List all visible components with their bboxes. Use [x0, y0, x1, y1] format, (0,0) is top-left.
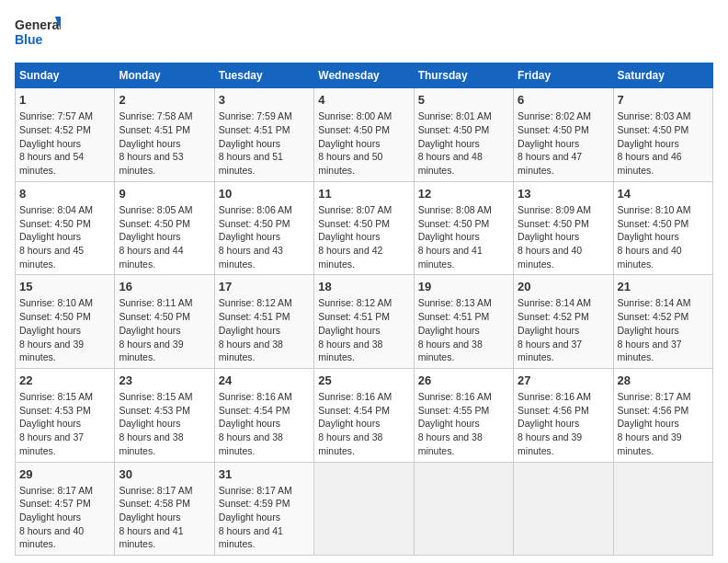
calendar-cell: 23Sunrise: 8:15 AMSunset: 4:53 PMDayligh… — [115, 368, 214, 462]
sunset-label: Sunset: 4:54 PM — [318, 405, 390, 416]
daylight-value: 8 hours and 40 minutes. — [518, 245, 582, 270]
daylight-value: 8 hours and 50 minutes. — [318, 151, 382, 176]
sunset-label: Sunset: 4:52 PM — [618, 311, 689, 322]
day-number: 13 — [518, 186, 609, 202]
day-number: 1 — [19, 92, 110, 109]
calendar-cell: 15Sunrise: 8:10 AMSunset: 4:50 PMDayligh… — [16, 275, 115, 369]
daylight-label: Daylight hours — [318, 325, 380, 336]
day-number: 7 — [618, 92, 709, 109]
daylight-label: Daylight hours — [518, 231, 579, 242]
calendar-cell — [314, 462, 414, 556]
weekday-header: Wednesday — [314, 63, 414, 88]
day-number: 18 — [318, 279, 409, 295]
daylight-label: Daylight hours — [119, 138, 180, 149]
calendar-cell: 7Sunrise: 8:03 AMSunset: 4:50 PMDaylight… — [613, 88, 712, 182]
svg-text:General: General — [15, 17, 61, 32]
weekday-header: Tuesday — [214, 63, 313, 88]
sunrise-label: Sunrise: 7:59 AM — [219, 110, 292, 121]
daylight-label: Daylight hours — [318, 231, 380, 242]
sunset-label: Sunset: 4:52 PM — [19, 124, 91, 135]
daylight-label: Daylight hours — [219, 138, 280, 149]
day-number: 25 — [318, 373, 409, 389]
calendar-cell — [514, 462, 613, 556]
calendar-cell: 28Sunrise: 8:17 AMSunset: 4:56 PMDayligh… — [613, 368, 712, 462]
sunrise-label: Sunrise: 8:16 AM — [318, 391, 392, 402]
day-number: 26 — [418, 373, 509, 389]
day-number: 16 — [119, 279, 210, 295]
sunset-label: Sunset: 4:50 PM — [518, 124, 589, 135]
day-number: 15 — [19, 279, 110, 295]
sunrise-label: Sunrise: 8:12 AM — [219, 297, 292, 308]
daylight-value: 8 hours and 41 minutes. — [119, 525, 183, 550]
calendar-cell: 25Sunrise: 8:16 AMSunset: 4:54 PMDayligh… — [314, 368, 414, 462]
sunset-label: Sunset: 4:51 PM — [318, 311, 390, 322]
sunset-label: Sunset: 4:50 PM — [418, 218, 490, 229]
sunrise-label: Sunrise: 8:10 AM — [618, 204, 691, 215]
calendar-cell: 24Sunrise: 8:16 AMSunset: 4:54 PMDayligh… — [214, 368, 313, 462]
calendar-cell: 26Sunrise: 8:16 AMSunset: 4:55 PMDayligh… — [414, 368, 513, 462]
calendar-cell: 21Sunrise: 8:14 AMSunset: 4:52 PMDayligh… — [613, 275, 712, 369]
daylight-value: 8 hours and 38 minutes. — [219, 339, 283, 363]
calendar-cell: 1Sunrise: 7:57 AMSunset: 4:52 PMDaylight… — [16, 88, 115, 182]
sunset-label: Sunset: 4:50 PM — [318, 124, 390, 135]
weekday-header: Saturday — [613, 63, 712, 88]
day-number: 20 — [518, 279, 609, 295]
sunset-label: Sunset: 4:52 PM — [518, 311, 589, 322]
daylight-value: 8 hours and 38 minutes. — [219, 431, 283, 456]
daylight-label: Daylight hours — [618, 138, 679, 149]
calendar-header: SundayMondayTuesdayWednesdayThursdayFrid… — [16, 63, 713, 88]
calendar-cell: 29Sunrise: 8:17 AMSunset: 4:57 PMDayligh… — [16, 462, 115, 556]
calendar-cell: 16Sunrise: 8:11 AMSunset: 4:50 PMDayligh… — [115, 275, 214, 369]
day-number: 12 — [418, 186, 509, 202]
day-number: 31 — [219, 466, 310, 483]
daylight-value: 8 hours and 46 minutes. — [618, 151, 682, 176]
weekday-header: Thursday — [414, 63, 513, 88]
sunset-label: Sunset: 4:50 PM — [518, 218, 589, 229]
daylight-label: Daylight hours — [19, 325, 81, 336]
daylight-value: 8 hours and 54 minutes. — [19, 151, 84, 176]
day-number: 22 — [19, 373, 110, 389]
daylight-value: 8 hours and 45 minutes. — [19, 245, 84, 270]
daylight-value: 8 hours and 37 minutes. — [618, 339, 682, 363]
sunrise-label: Sunrise: 8:09 AM — [518, 204, 591, 215]
daylight-label: Daylight hours — [19, 418, 81, 429]
daylight-label: Daylight hours — [618, 418, 679, 429]
daylight-label: Daylight hours — [119, 418, 180, 429]
sunset-label: Sunset: 4:56 PM — [618, 405, 689, 416]
daylight-value: 8 hours and 44 minutes. — [119, 245, 183, 270]
sunrise-label: Sunrise: 8:17 AM — [219, 485, 292, 496]
sunrise-label: Sunrise: 8:08 AM — [418, 204, 492, 215]
logo: General Blue — [15, 15, 61, 53]
daylight-label: Daylight hours — [518, 418, 579, 429]
daylight-label: Daylight hours — [219, 418, 280, 429]
day-number: 19 — [418, 279, 509, 295]
daylight-value: 8 hours and 42 minutes. — [318, 245, 382, 270]
calendar-cell: 30Sunrise: 8:17 AMSunset: 4:58 PMDayligh… — [115, 462, 214, 556]
calendar-cell: 11Sunrise: 8:07 AMSunset: 4:50 PMDayligh… — [314, 181, 414, 275]
daylight-value: 8 hours and 37 minutes. — [19, 431, 84, 456]
sunrise-label: Sunrise: 8:02 AM — [518, 110, 591, 121]
day-number: 10 — [219, 186, 310, 202]
sunrise-label: Sunrise: 8:03 AM — [618, 110, 691, 121]
calendar-cell: 2Sunrise: 7:58 AMSunset: 4:51 PMDaylight… — [115, 88, 214, 182]
sunrise-label: Sunrise: 8:16 AM — [518, 391, 591, 402]
calendar-cell: 8Sunrise: 8:04 AMSunset: 4:50 PMDaylight… — [16, 181, 115, 275]
sunset-label: Sunset: 4:57 PM — [19, 498, 91, 509]
daylight-value: 8 hours and 48 minutes. — [418, 151, 483, 176]
sunrise-label: Sunrise: 8:05 AM — [119, 204, 192, 215]
daylight-value: 8 hours and 38 minutes. — [418, 339, 483, 363]
sunset-label: Sunset: 4:50 PM — [119, 218, 190, 229]
daylight-label: Daylight hours — [19, 231, 81, 242]
sunrise-label: Sunrise: 8:12 AM — [318, 297, 392, 308]
day-number: 30 — [119, 466, 210, 483]
sunset-label: Sunset: 4:55 PM — [418, 405, 490, 416]
sunset-label: Sunset: 4:56 PM — [518, 405, 589, 416]
daylight-label: Daylight hours — [119, 511, 180, 523]
day-number: 27 — [518, 373, 609, 389]
calendar-table: SundayMondayTuesdayWednesdayThursdayFrid… — [15, 63, 713, 556]
daylight-value: 8 hours and 41 minutes. — [418, 245, 483, 270]
daylight-label: Daylight hours — [518, 325, 579, 336]
day-number: 4 — [318, 92, 409, 109]
calendar-cell: 20Sunrise: 8:14 AMSunset: 4:52 PMDayligh… — [514, 275, 613, 369]
day-number: 23 — [119, 373, 210, 389]
